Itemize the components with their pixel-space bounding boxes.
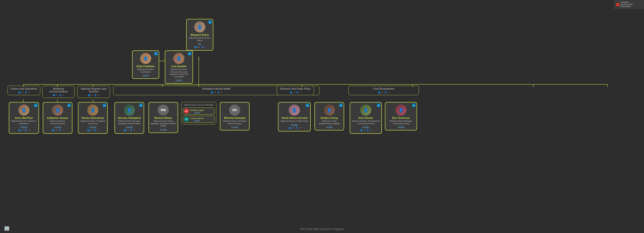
ariel-name: Ariel Shneer <box>352 117 380 119</box>
denise-linkedin-icon[interactable]: in <box>103 104 106 107</box>
braden-linkedin-icon[interactable]: in <box>339 104 343 107</box>
shoraez-title: National Senior Manager, Workplace Menta… <box>116 120 142 125</box>
kelly-linkedin-icon[interactable]: in <box>154 52 158 55</box>
ceo-stats: 👥 35 👤 2 <box>188 46 211 48</box>
mehrdad-card: MS Mehrdad Samadie National Senior Full … <box>220 102 250 130</box>
finance-groups-count: 3 <box>22 91 23 93</box>
sarah-name: Sarah Allison Kennell <box>280 117 309 119</box>
braden-name: Braden Cheng <box>316 117 342 119</box>
dept-programs: National Programs and Services 👥 9 👤 1 <box>77 86 110 98</box>
ceo-stat-groups: 👥 35 <box>194 46 199 48</box>
anne-linkedin-icon[interactable]: in <box>34 104 37 107</box>
sarah-contact[interactable]: Contact <box>280 123 309 126</box>
account-manager-group: National Senior Account Manager HL Heath… <box>181 102 216 124</box>
dept-fund-name: Fund Development <box>350 87 417 90</box>
finance-people-icon: 👤 <box>25 91 27 93</box>
denise-card: 👤 in Denise Silverstone National Directo… <box>78 102 108 134</box>
ceo-people-count: 2 <box>204 46 205 48</box>
dept-research-name: Research and Public Policy <box>278 87 312 90</box>
ceo-card: 👤 in Margaret Eaton National Chief Execu… <box>186 19 213 51</box>
erin-title: National Senior Manager, Community Givin… <box>387 120 415 125</box>
louise-contact[interactable]: Contact <box>190 119 204 121</box>
katherine-stats: 👥4 👤3 <box>45 129 70 131</box>
munish-name: Munish Mohan <box>150 117 176 119</box>
munish-contact[interactable]: Contact <box>150 128 176 130</box>
kelly-contact[interactable]: Contact <box>134 74 157 76</box>
ceo-bio-link[interactable]: Bio <box>188 43 211 45</box>
anne-avatar: 👤 <box>18 105 29 116</box>
dept-fund-stats: 👥 4 👤 2 <box>350 91 417 93</box>
erin-name: Erin Terwissen <box>387 117 415 119</box>
anne-pc: 2 <box>29 129 30 131</box>
anne-title: National Director, Finance & Operations <box>11 120 37 125</box>
anne-gc: 2 <box>22 129 23 131</box>
munish-card: MM Munish Mohan National Senior Sales Ma… <box>148 102 178 133</box>
dept-marketing-stats: 👥 5 👤 1 <box>44 94 73 96</box>
erin-contact[interactable]: Contact <box>387 126 415 128</box>
erin-card: 👤 in Erin Terwissen National Senior Mana… <box>385 102 417 130</box>
heather-name: Heather Logan <box>190 109 204 111</box>
dept-research-stats: 👥 3 👤 1 <box>278 91 312 93</box>
anne-name: Anne MacPhee <box>11 117 37 119</box>
kelly-card: 👤 in Kelly Puddister National Executive … <box>132 50 159 79</box>
dept-fund: Fund Development 👥 4 👤 2 <box>348 86 419 95</box>
ceo-groups-count: 35 <box>197 46 199 48</box>
shoraez-avatar: 👤 <box>124 105 135 116</box>
mehrdad-contact[interactable]: Contact <box>222 126 248 128</box>
heather-avatar: HL <box>184 109 189 114</box>
dept-finance-name: Finance and Operations <box>9 87 38 90</box>
ariel-card: 👤 in Ariel Shneer National Director, Dev… <box>350 102 382 134</box>
shoraez-name: Shoraez Shahjahan <box>116 117 142 119</box>
lisa-name: Lisa Howlett <box>167 65 191 68</box>
mehrdad-name: Mehrdad Samadie <box>222 117 248 119</box>
erin-linkedin-icon[interactable]: in <box>412 104 416 107</box>
munish-title: National Senior Sales Manager, Workplace… <box>150 120 176 127</box>
denise-avatar: 👤 <box>87 105 98 116</box>
mehrdad-title: National Senior Full Stack Web Developer <box>222 120 248 125</box>
lisa-linkedin-icon[interactable]: in <box>188 52 191 55</box>
sarah-linkedin-icon[interactable]: in <box>306 104 309 107</box>
braden-contact[interactable]: Contact <box>316 126 342 128</box>
ariel-linkedin-icon[interactable]: in <box>377 104 380 107</box>
louise-name: Louise Stacey <box>190 117 204 119</box>
lisa-card: 👤 in Lisa Howlett National Council of Pe… <box>165 50 193 84</box>
sarah-stats: 👥2 👤2 <box>280 127 309 129</box>
katherine-avatar: 👤 <box>52 105 63 116</box>
dept-finance: Finance and Operations 👥 3 👤 1 <box>8 86 40 95</box>
braden-title: National Jr. Data Analyst/Project Suppor… <box>316 120 342 125</box>
shoraez-linkedin-icon[interactable]: in <box>139 104 143 107</box>
ariel-contact[interactable]: Contact <box>352 126 380 128</box>
dept-finance-stats: 👥 3 👤 1 <box>9 91 38 93</box>
ariel-stats: 👥2 👤2 <box>352 129 380 131</box>
denise-title: National Director, Programs & Services <box>80 120 106 125</box>
kelly-name: Kelly Puddister <box>134 65 157 68</box>
denise-contact[interactable]: Contact <box>80 126 106 128</box>
ceo-stat-people: 👤 2 <box>201 46 205 48</box>
shoraez-contact[interactable]: Contact <box>116 126 142 128</box>
logo: CanadianMental HealthAssociation <box>616 1 633 8</box>
katherine-linkedin-icon[interactable]: in <box>67 104 71 107</box>
ceo-linkedin-icon[interactable]: in <box>208 20 212 24</box>
katherine-card: 👤 in Katherine Janson National Director,… <box>43 102 72 134</box>
lisa-contact[interactable]: Contact <box>167 79 191 81</box>
katherine-contact[interactable]: Contact <box>45 126 70 128</box>
louise-avatar: LS <box>184 117 189 122</box>
anne-stats: 👥2 👤2 <box>11 129 37 131</box>
anne-contact[interactable]: Contact <box>11 126 37 128</box>
bottom-left-icon: 🏢 <box>4 225 10 231</box>
anne-card: 👤 in Anne MacPhee National Director, Fin… <box>9 102 39 134</box>
sarah-title: National Director, Public Policy <box>280 120 309 122</box>
account-manager-title: National Senior Account Manager <box>183 104 215 106</box>
kelly-title: National Executive Coordinator <box>134 68 157 73</box>
lisa-avatar: 👤 <box>173 53 184 64</box>
katherine-title: National Director, Communications <box>45 120 70 125</box>
heather-contact[interactable]: Contact <box>190 111 204 113</box>
denise-stats: 👥8 👤4 <box>80 129 106 131</box>
ariel-title: National Director, Development Community… <box>352 120 380 125</box>
shoraez-stats: 👥3 👤3 <box>116 129 142 131</box>
top-bar: CanadianMental HealthAssociation <box>614 0 644 9</box>
katherine-name: Katherine Janson <box>45 117 70 119</box>
dept-programs-name: National Programs and Services <box>79 87 108 93</box>
denise-name: Denise Silverstone <box>80 117 106 119</box>
sarah-avatar: 👤 <box>289 105 300 116</box>
